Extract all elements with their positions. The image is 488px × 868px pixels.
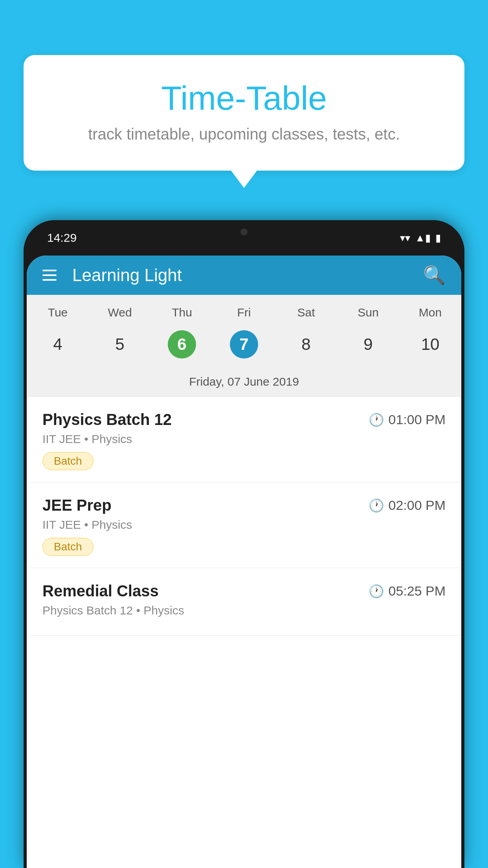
day-numbers: 4 5 6 7 8 9 10 [27, 326, 461, 363]
signal-icon: ▲▮ [415, 232, 431, 244]
day-header-sun: Sun [337, 303, 399, 322]
menu-icon[interactable] [42, 270, 57, 281]
schedule-item-1[interactable]: Physics Batch 12 🕐 01:00 PM IIT JEE • Ph… [27, 397, 461, 482]
day-header-fri: Fri [213, 303, 275, 322]
search-icon[interactable]: 🔍 [423, 265, 446, 286]
day-header-wed: Wed [89, 303, 151, 322]
bubble-subtitle: track timetable, upcoming classes, tests… [55, 125, 433, 143]
selected-date-label: Friday, 07 June 2019 [27, 370, 461, 397]
schedule-item-3-subtitle: Physics Batch 12 • Physics [42, 604, 446, 617]
app-title: Learning Light [72, 265, 423, 285]
day-header-tue: Tue [27, 303, 89, 322]
phone-screen: Learning Light 🔍 Tue Wed Thu Fri Sat Sun… [27, 256, 461, 868]
batch-tag-1: Batch [42, 452, 94, 470]
schedule-item-3-header: Remedial Class 🕐 05:25 PM [42, 582, 446, 600]
schedule-item-2-time: 🕐 02:00 PM [369, 498, 446, 513]
speech-bubble: Time-Table track timetable, upcoming cla… [24, 55, 464, 171]
day-header-sat: Sat [275, 303, 337, 322]
battery-icon: ▮ [435, 232, 441, 244]
calendar-strip: Tue Wed Thu Fri Sat Sun Mon 4 5 6 7 8 9 … [27, 295, 461, 397]
schedule-item-3-time: 🕐 05:25 PM [369, 583, 446, 599]
day-header-thu: Thu [151, 303, 213, 322]
app-bar: Learning Light 🔍 [27, 256, 461, 295]
phone-mockup: 14:29 ▾▾ ▲▮ ▮ Learning Light 🔍 Tue Wed [24, 220, 464, 868]
clock-icon-2: 🕐 [369, 498, 384, 513]
schedule-item-2-header: JEE Prep 🕐 02:00 PM [42, 497, 446, 514]
status-icons: ▾▾ ▲▮ ▮ [400, 232, 441, 244]
phone-top-bar: 14:29 ▾▾ ▲▮ ▮ [24, 220, 464, 256]
speech-bubble-container: Time-Table track timetable, upcoming cla… [24, 55, 464, 171]
day-7[interactable]: 7 [213, 326, 275, 363]
bubble-title: Time-Table [55, 79, 433, 118]
day-6[interactable]: 6 [151, 326, 213, 363]
schedule-item-2[interactable]: JEE Prep 🕐 02:00 PM IIT JEE • Physics Ba… [27, 482, 461, 568]
day-circle-selected[interactable]: 7 [230, 330, 258, 359]
schedule-list: Physics Batch 12 🕐 01:00 PM IIT JEE • Ph… [27, 397, 461, 636]
status-time: 14:29 [47, 231, 77, 245]
schedule-item-2-subtitle: IIT JEE • Physics [42, 518, 446, 531]
clock-icon-3: 🕐 [369, 584, 384, 599]
schedule-item-3[interactable]: Remedial Class 🕐 05:25 PM Physics Batch … [27, 568, 461, 636]
day-8[interactable]: 8 [275, 326, 337, 363]
wifi-icon: ▾▾ [400, 232, 410, 244]
day-headers: Tue Wed Thu Fri Sat Sun Mon [27, 303, 461, 322]
day-9[interactable]: 9 [337, 326, 399, 363]
clock-icon-1: 🕐 [369, 412, 384, 427]
day-4[interactable]: 4 [27, 326, 89, 363]
schedule-item-1-header: Physics Batch 12 🕐 01:00 PM [42, 411, 446, 428]
day-circle-today[interactable]: 6 [168, 330, 196, 359]
schedule-item-1-title: Physics Batch 12 [42, 411, 172, 428]
batch-tag-2: Batch [42, 538, 94, 556]
camera-dot [240, 228, 248, 235]
schedule-item-2-title: JEE Prep [42, 497, 112, 514]
phone-notch [213, 220, 275, 244]
day-10[interactable]: 10 [399, 326, 461, 363]
schedule-item-3-title: Remedial Class [42, 582, 159, 600]
schedule-item-1-time: 🕐 01:00 PM [369, 412, 446, 427]
schedule-item-1-subtitle: IIT JEE • Physics [42, 432, 446, 446]
day-header-mon: Mon [399, 303, 461, 322]
day-5[interactable]: 5 [89, 326, 151, 363]
